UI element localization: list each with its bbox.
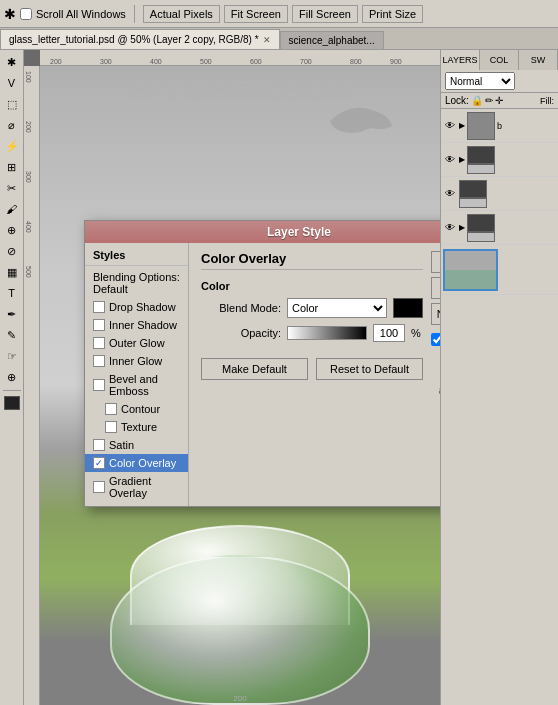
cancel-btn[interactable]: Cancel bbox=[431, 277, 440, 299]
layer-row-thumb[interactable] bbox=[441, 245, 558, 295]
layer-row-monitor1[interactable]: 👁 ▶ bbox=[441, 143, 558, 177]
tab-bar: glass_letter_tutorial.psd @ 50% (Layer 2… bbox=[0, 28, 558, 50]
tab-close-icon[interactable]: ✕ bbox=[263, 35, 271, 45]
layer-eye-monitor3[interactable]: 👁 bbox=[443, 221, 457, 235]
color-overlay-checkbox[interactable]: ✓ bbox=[93, 457, 105, 469]
bevel-emboss-checkbox[interactable] bbox=[93, 379, 105, 391]
layer-eye-monitor1[interactable]: 👁 bbox=[443, 153, 457, 167]
layer-thumb-monitor2 bbox=[459, 180, 487, 208]
opacity-label: Opacity: bbox=[201, 327, 281, 339]
tool-notes[interactable]: ✎ bbox=[2, 325, 22, 345]
new-style-btn[interactable]: New Style... bbox=[431, 303, 440, 325]
tool-hand[interactable]: ☞ bbox=[2, 346, 22, 366]
actual-pixels-btn[interactable]: Actual Pixels bbox=[143, 5, 220, 23]
fit-screen-btn[interactable]: Fit Screen bbox=[224, 5, 288, 23]
reset-default-btn[interactable]: Reset to Default bbox=[316, 358, 423, 380]
tool-brush[interactable]: 🖌 bbox=[2, 199, 22, 219]
tool-move[interactable]: V bbox=[2, 73, 22, 93]
outer-glow-item[interactable]: Outer Glow bbox=[85, 334, 188, 352]
drop-shadow-item[interactable]: Drop Shadow bbox=[85, 298, 188, 316]
gradient-overlay-label: Gradient Overlay bbox=[109, 475, 180, 499]
tool-wand[interactable]: ⚡ bbox=[2, 136, 22, 156]
layer-eye-b[interactable]: 👁 bbox=[443, 119, 457, 133]
panel-tabs: LAYERS COL SW bbox=[441, 50, 558, 70]
gradient-overlay-item[interactable]: Gradient Overlay bbox=[85, 472, 188, 502]
tool-zoom[interactable]: ⊕ bbox=[2, 367, 22, 387]
gradient-overlay-checkbox[interactable] bbox=[93, 481, 105, 493]
active-tab[interactable]: glass_letter_tutorial.psd @ 50% (Layer 2… bbox=[0, 29, 280, 49]
color-subsection: Color bbox=[201, 280, 423, 292]
drop-shadow-label: Drop Shadow bbox=[109, 301, 176, 313]
lock-icon: 🔒 bbox=[471, 95, 483, 106]
dialog-titlebar[interactable]: Layer Style bbox=[85, 221, 440, 243]
blending-options-item[interactable]: Blending Options: Default bbox=[85, 268, 188, 298]
layer-expand-b[interactable]: ▶ bbox=[459, 121, 465, 130]
inner-glow-item[interactable]: Inner Glow bbox=[85, 352, 188, 370]
tool-stamp[interactable]: ⊕ bbox=[2, 220, 22, 240]
layer-row-monitor2[interactable]: 👁 bbox=[441, 177, 558, 211]
blend-mode-select[interactable]: Color Normal Multiply Screen bbox=[287, 298, 387, 318]
main-area: ✱ V ⬚ ⌀ ⚡ ⊞ ✂ 🖌 ⊕ ⊘ ▦ T ✒ ✎ ☞ ⊕ 200 300 … bbox=[0, 50, 558, 705]
app-icon: ✱ bbox=[4, 6, 16, 22]
layer-blend-mode[interactable]: Normal Multiply Screen bbox=[445, 72, 515, 90]
layer-row-b[interactable]: 👁 ▶ b bbox=[441, 109, 558, 143]
layer-style-dialog: Layer Style Styles Blending Options: Def… bbox=[84, 220, 440, 507]
layers-tab[interactable]: LAYERS bbox=[441, 50, 480, 70]
tool-marquee[interactable]: ⬚ bbox=[2, 94, 22, 114]
inner-shadow-item[interactable]: Inner Shadow bbox=[85, 316, 188, 334]
opacity-pct: % bbox=[411, 327, 421, 339]
inner-shadow-checkbox[interactable] bbox=[93, 319, 105, 331]
bevel-emboss-item[interactable]: Bevel and Emboss bbox=[85, 370, 188, 400]
color-swatch[interactable] bbox=[393, 298, 423, 318]
layer-thumb-monitor3 bbox=[467, 214, 495, 242]
contour-checkbox[interactable] bbox=[105, 403, 117, 415]
layer-row-monitor3[interactable]: 👁 ▶ bbox=[441, 211, 558, 245]
make-default-btn[interactable]: Make Default bbox=[201, 358, 308, 380]
texture-checkbox[interactable] bbox=[105, 421, 117, 433]
tool-text[interactable]: T bbox=[2, 283, 22, 303]
outer-glow-checkbox[interactable] bbox=[93, 337, 105, 349]
tool-eraser[interactable]: ⊘ bbox=[2, 241, 22, 261]
opacity-value[interactable]: 100 bbox=[373, 324, 405, 342]
toolbar: ✱ Scroll All Windows Actual Pixels Fit S… bbox=[0, 0, 558, 28]
color-overlay-item[interactable]: ✓ Color Overlay bbox=[85, 454, 188, 472]
tool-slice[interactable]: ✂ bbox=[2, 178, 22, 198]
sw-tab[interactable]: SW bbox=[519, 50, 558, 70]
blending-options-label: Blending Options: Default bbox=[93, 271, 180, 295]
ruler-horizontal: 200 300 400 500 600 700 800 900 bbox=[40, 50, 440, 66]
opacity-row: Opacity: 100 % bbox=[201, 324, 423, 342]
texture-item[interactable]: Texture bbox=[85, 418, 188, 436]
inactive-tab[interactable]: science_alphabet... bbox=[280, 31, 384, 49]
tool-lasso[interactable]: ⌀ bbox=[2, 115, 22, 135]
foreground-color[interactable] bbox=[4, 396, 20, 410]
layer-thumb-monitor1 bbox=[467, 146, 495, 174]
ok-btn[interactable]: OK bbox=[431, 251, 440, 273]
contour-item[interactable]: Contour bbox=[85, 400, 188, 418]
drop-shadow-checkbox[interactable] bbox=[93, 301, 105, 313]
credit-text: alfoart.com bbox=[201, 380, 440, 400]
bevel-emboss-label: Bevel and Emboss bbox=[109, 373, 180, 397]
tool-pointer[interactable]: ✱ bbox=[2, 52, 22, 72]
col-tab[interactable]: COL bbox=[480, 50, 519, 70]
layer-expand-monitor3[interactable]: ▶ bbox=[459, 223, 465, 232]
satin-checkbox[interactable] bbox=[93, 439, 105, 451]
layer-eye-monitor2[interactable]: 👁 bbox=[443, 187, 457, 201]
layer-expand-monitor1[interactable]: ▶ bbox=[459, 155, 465, 164]
inner-glow-checkbox[interactable] bbox=[93, 355, 105, 367]
satin-item[interactable]: Satin bbox=[85, 436, 188, 454]
active-tab-label: glass_letter_tutorial.psd @ 50% (Layer 2… bbox=[9, 34, 259, 45]
opacity-slider[interactable] bbox=[287, 326, 367, 340]
tool-gradient[interactable]: ▦ bbox=[2, 262, 22, 282]
preview-checkbox[interactable] bbox=[431, 333, 440, 346]
tool-pen[interactable]: ✒ bbox=[2, 304, 22, 324]
print-size-btn[interactable]: Print Size bbox=[362, 5, 423, 23]
satin-label: Satin bbox=[109, 439, 134, 451]
toolbox: ✱ V ⬚ ⌀ ⚡ ⊞ ✂ 🖌 ⊕ ⊘ ▦ T ✒ ✎ ☞ ⊕ bbox=[0, 50, 24, 705]
lock-row: Lock: 🔒 ✏ ✛ Fill: bbox=[441, 93, 558, 109]
fill-label: Fill: bbox=[540, 96, 554, 106]
tool-crop[interactable]: ⊞ bbox=[2, 157, 22, 177]
fill-screen-btn[interactable]: Fill Screen bbox=[292, 5, 358, 23]
outer-glow-label: Outer Glow bbox=[109, 337, 165, 349]
scroll-all-checkbox[interactable] bbox=[20, 8, 32, 20]
lock-label: Lock: bbox=[445, 95, 469, 106]
